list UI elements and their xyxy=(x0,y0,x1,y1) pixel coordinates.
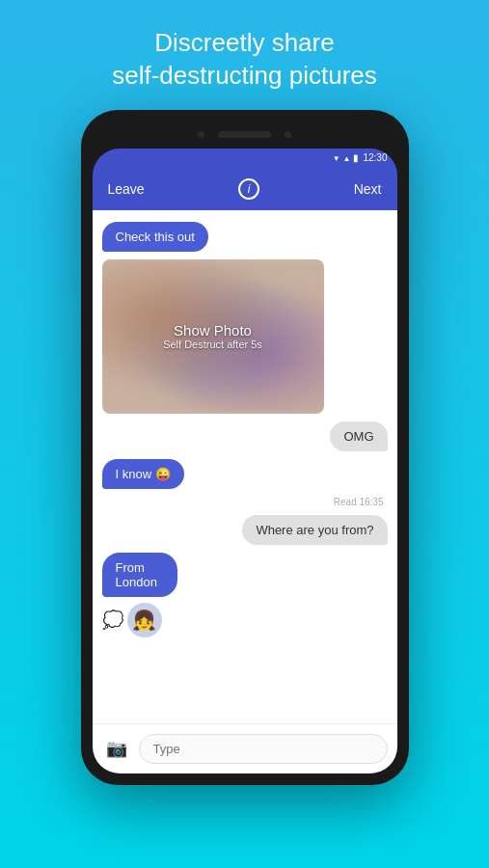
show-photo-label: Show Photo xyxy=(174,322,252,339)
battery-icon xyxy=(353,152,359,163)
status-bar: 12:30 xyxy=(93,149,397,168)
message-from-london-area: From London 💭 👧 xyxy=(102,553,388,637)
message-where-from: Where are you from? xyxy=(242,515,387,545)
photo-overlay: Show Photo Self Destruct after 5s xyxy=(102,259,324,414)
bottom-bar: 📷 xyxy=(93,723,397,773)
thinking-bubble-icon: 💭 xyxy=(102,610,123,631)
speaker-grill xyxy=(218,131,271,138)
header-text: Discreetly share self-destructing pictur… xyxy=(73,27,416,93)
next-button[interactable]: Next xyxy=(354,181,382,197)
read-receipt: Read 16:35 xyxy=(334,497,388,507)
from-london-bubble: From London xyxy=(102,553,178,597)
info-button[interactable]: i xyxy=(238,178,259,200)
wifi-icon xyxy=(333,152,340,163)
camera-button[interactable]: 📷 xyxy=(102,737,131,760)
message-check-this-out: Check this out xyxy=(102,222,208,252)
leave-button[interactable]: Leave xyxy=(108,181,145,197)
avatar: 👧 xyxy=(127,603,162,637)
message-i-know: I know 😜 xyxy=(102,459,184,489)
self-destruct-label: Self Destruct after 5s xyxy=(163,339,262,350)
camera-icon: 📷 xyxy=(106,738,127,759)
camera-dot-right xyxy=(285,131,291,138)
type-input[interactable] xyxy=(139,734,388,764)
signal-icon xyxy=(343,152,351,163)
photo-message[interactable]: Show Photo Self Destruct after 5s xyxy=(102,259,324,414)
status-time: 12:30 xyxy=(363,152,387,163)
chat-area: Check this out Show Photo Self Destruct … xyxy=(93,210,397,723)
info-icon: i xyxy=(248,182,251,196)
avatar-container: From London 💭 👧 xyxy=(102,553,204,637)
avatar-emoji: 👧 xyxy=(132,609,156,632)
phone-shell: 12:30 Leave i Next Check this out Show P… xyxy=(81,110,409,785)
camera-dot xyxy=(198,131,204,138)
nav-bar: Leave i Next xyxy=(93,168,397,210)
message-omg: OMG xyxy=(330,421,387,451)
